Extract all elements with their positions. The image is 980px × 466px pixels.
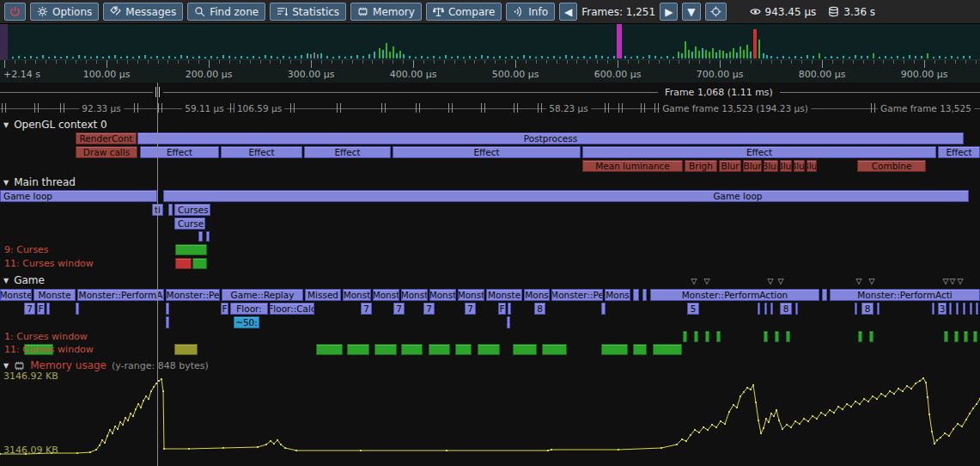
prev-frame-button[interactable]: ◀ bbox=[559, 3, 577, 21]
frame-bar[interactable] bbox=[595, 55, 597, 58]
frame-bar[interactable] bbox=[403, 54, 405, 58]
frame-bar[interactable] bbox=[386, 43, 387, 58]
zone[interactable]: Blur bbox=[764, 160, 778, 172]
zone[interactable] bbox=[174, 344, 198, 355]
frame-bar[interactable] bbox=[374, 52, 375, 58]
zone[interactable] bbox=[858, 331, 862, 342]
frame-bar[interactable] bbox=[180, 55, 182, 58]
zone[interactable] bbox=[455, 344, 472, 355]
zone[interactable]: Effect bbox=[393, 146, 581, 158]
frame-bar[interactable] bbox=[695, 46, 697, 58]
frame-bar[interactable] bbox=[295, 56, 296, 58]
zone[interactable] bbox=[429, 344, 450, 355]
zone[interactable] bbox=[770, 303, 773, 315]
zone[interactable] bbox=[168, 204, 173, 216]
zone[interactable]: 7 bbox=[24, 303, 35, 315]
frame-bar[interactable] bbox=[144, 55, 146, 58]
zone[interactable] bbox=[932, 303, 934, 315]
collapse-arrow-icon[interactable]: ▼ bbox=[3, 277, 9, 285]
zone[interactable] bbox=[166, 303, 169, 315]
next-frame-button[interactable]: ▶ bbox=[660, 3, 678, 21]
frame-bar[interactable] bbox=[396, 53, 398, 58]
subframe-label[interactable]: 59.11 μs bbox=[182, 103, 227, 113]
frame-bar[interactable] bbox=[48, 57, 50, 58]
frame-bar[interactable] bbox=[78, 55, 80, 58]
power-button[interactable] bbox=[4, 3, 26, 21]
frame-bar[interactable] bbox=[782, 56, 784, 58]
frame-bar[interactable] bbox=[66, 56, 68, 58]
frame-bar[interactable] bbox=[271, 56, 272, 58]
frame-bar[interactable] bbox=[259, 57, 260, 58]
subframe-label[interactable]: Game frame 13,525 bbox=[878, 103, 974, 113]
frame-bar[interactable] bbox=[729, 52, 731, 58]
zone[interactable] bbox=[642, 289, 647, 301]
frame-bar[interactable] bbox=[577, 57, 579, 58]
frame-bar[interactable] bbox=[72, 57, 74, 58]
message-marker-icon[interactable]: ▽ bbox=[869, 277, 875, 285]
message-marker-icon[interactable]: ▽ bbox=[768, 277, 774, 285]
frame-bar[interactable] bbox=[691, 52, 693, 58]
frame-bar[interactable] bbox=[624, 56, 626, 58]
frame-bar[interactable] bbox=[698, 51, 700, 58]
frame-bar[interactable] bbox=[648, 55, 650, 58]
messages-button[interactable]: Messages bbox=[103, 3, 183, 21]
frame-bar[interactable] bbox=[362, 56, 364, 58]
frame-bar[interactable] bbox=[505, 57, 507, 58]
frame-bar[interactable] bbox=[758, 40, 760, 58]
frame-bar[interactable] bbox=[114, 55, 116, 58]
frame-bar[interactable] bbox=[807, 55, 808, 58]
frame-bar[interactable] bbox=[660, 57, 662, 58]
frame-bar[interactable] bbox=[409, 56, 411, 58]
frame-bar[interactable] bbox=[740, 46, 741, 58]
frame-bar[interactable] bbox=[927, 53, 928, 58]
frame-bar[interactable] bbox=[673, 57, 674, 58]
frame-bar[interactable] bbox=[915, 56, 916, 58]
frame-bar[interactable] bbox=[277, 57, 278, 58]
frame-bar[interactable] bbox=[240, 56, 242, 58]
frame-bar[interactable] bbox=[415, 57, 417, 58]
frame-bar[interactable] bbox=[702, 48, 703, 58]
zone[interactable] bbox=[775, 331, 779, 342]
zone[interactable] bbox=[786, 331, 790, 342]
zone[interactable]: 5 bbox=[687, 303, 699, 315]
zone[interactable]: Monster::PerformActi bbox=[830, 289, 980, 301]
frame-bar[interactable] bbox=[481, 55, 483, 58]
message-marker-icon[interactable]: ▽ bbox=[958, 277, 964, 285]
zone[interactable]: Postprocess bbox=[137, 132, 964, 144]
frame-bar[interactable] bbox=[770, 56, 772, 58]
zone[interactable] bbox=[175, 244, 207, 255]
zone[interactable] bbox=[869, 331, 873, 342]
frame-bar[interactable] bbox=[12, 57, 14, 58]
zone[interactable]: Missed bbox=[305, 289, 341, 301]
frame-bar[interactable] bbox=[393, 46, 394, 58]
zone[interactable] bbox=[970, 303, 972, 315]
frame-bar[interactable] bbox=[222, 55, 224, 58]
zone[interactable]: ~50: bbox=[234, 316, 259, 328]
frame-bar[interactable] bbox=[719, 50, 721, 58]
frame-bar[interactable] bbox=[565, 55, 567, 58]
frame-bar[interactable] bbox=[174, 57, 176, 58]
frame-bar[interactable] bbox=[301, 55, 302, 58]
zone[interactable]: 7 bbox=[423, 303, 435, 315]
frame-bar[interactable] bbox=[800, 57, 802, 58]
zone[interactable]: Monst bbox=[458, 289, 484, 301]
subframe-label[interactable]: 106.59 μs bbox=[234, 103, 284, 113]
zone[interactable] bbox=[976, 303, 978, 315]
zone[interactable] bbox=[822, 289, 827, 301]
zone[interactable] bbox=[956, 303, 959, 315]
zone[interactable] bbox=[944, 331, 948, 342]
frame-bar[interactable] bbox=[326, 56, 328, 58]
collapse-arrow-icon[interactable]: ▼ bbox=[3, 179, 9, 187]
frame-bar[interactable] bbox=[253, 56, 254, 58]
frame-bar[interactable] bbox=[216, 57, 218, 58]
zone[interactable]: Game::Replay bbox=[222, 289, 303, 301]
frame-bar[interactable] bbox=[150, 57, 152, 58]
zone[interactable]: Monster::PerformA bbox=[77, 289, 164, 301]
frame-bar[interactable] bbox=[289, 57, 290, 58]
frame-bar[interactable] bbox=[317, 54, 319, 58]
frame-bar[interactable] bbox=[891, 57, 892, 58]
zone[interactable] bbox=[601, 303, 606, 315]
frame-bar[interactable] bbox=[825, 57, 826, 58]
message-marker-icon[interactable]: ▽ bbox=[704, 277, 710, 285]
zone[interactable] bbox=[401, 344, 423, 355]
